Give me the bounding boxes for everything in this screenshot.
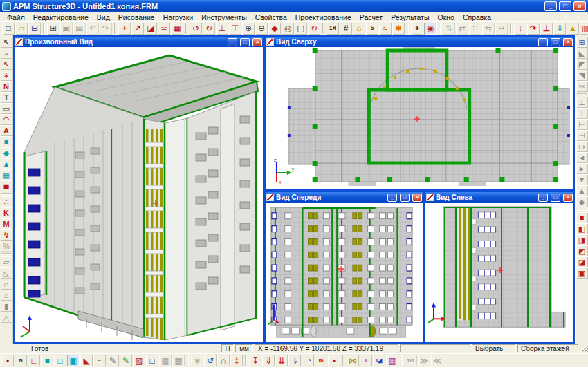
- transform-disabled-3-button[interactable]: ∷: [469, 23, 481, 35]
- select-element-button[interactable]: ↖: [1, 59, 12, 70]
- arch-button[interactable]: ∩: [1, 279, 12, 290]
- mesh-tool-button[interactable]: ▦: [171, 23, 183, 35]
- axes-button[interactable]: ∟: [28, 355, 40, 366]
- menu-tools[interactable]: Инструменты: [197, 13, 250, 21]
- node-label-button[interactable]: N: [15, 355, 27, 366]
- hatch-pen-button[interactable]: ✎: [107, 355, 119, 366]
- solid-edit-1-button[interactable]: ◧: [576, 223, 588, 234]
- resize-grip[interactable]: [580, 344, 588, 352]
- node-tool-button[interactable]: +: [118, 23, 131, 35]
- load-force-button[interactable]: ⇓: [262, 355, 275, 366]
- menu-draw[interactable]: Рисование: [114, 13, 159, 21]
- undo-button[interactable]: ↶: [86, 23, 99, 35]
- maximize-button[interactable]: □: [559, 1, 571, 11]
- support-7-button[interactable]: ►: [576, 163, 588, 174]
- menu-edit[interactable]: Редактирование: [29, 13, 93, 21]
- load-point-button[interactable]: ▪: [328, 355, 340, 366]
- menu-design[interactable]: Проектирование: [291, 13, 356, 21]
- viewport-minimize-button[interactable]: _: [228, 38, 237, 46]
- menu-loads[interactable]: Нагрузки: [159, 13, 198, 21]
- rotate-right-button[interactable]: ↻: [203, 23, 215, 35]
- wind-load-button[interactable]: ▥: [580, 23, 588, 35]
- bolt-tool-button[interactable]: ↯: [1, 229, 12, 241]
- support-9-button[interactable]: ▲: [576, 185, 588, 196]
- cube-disabled-button[interactable]: ▩: [159, 355, 172, 366]
- support-2-button[interactable]: ⊤: [576, 108, 588, 119]
- render-button[interactable]: ☼: [353, 23, 365, 35]
- menu-help[interactable]: Справка: [459, 13, 495, 21]
- wall-panel-button[interactable]: ▱: [1, 256, 12, 267]
- plate-rect-button[interactable]: ■: [1, 136, 12, 147]
- viewport-close-button[interactable]: ×: [412, 194, 422, 202]
- beam-section-button[interactable]: ≈: [379, 23, 392, 35]
- view-front-button[interactable]: ⊥: [216, 23, 228, 35]
- menu-view[interactable]: Вид: [93, 13, 114, 21]
- beam-draw-button[interactable]: ▭: [1, 103, 12, 114]
- menu-results[interactable]: Результаты: [387, 13, 433, 21]
- plate-mode-button[interactable]: ▣: [67, 355, 80, 366]
- viewport-minimize-button[interactable]: _: [538, 38, 548, 46]
- rotate-left-button[interactable]: ↺: [190, 23, 202, 35]
- viewport-minimize-button[interactable]: _: [538, 194, 548, 202]
- arrow-disabled-1-button[interactable]: ≫: [418, 355, 430, 366]
- viewport-top-canvas[interactable]: z y x: [266, 47, 573, 189]
- redo-button[interactable]: ↷: [100, 23, 112, 35]
- viewport-front-canvas[interactable]: [266, 203, 423, 342]
- viewport-maximize-button[interactable]: □: [240, 38, 250, 46]
- force-load-button[interactable]: ↓: [514, 23, 526, 35]
- solid-edit-3-button[interactable]: ◩: [576, 245, 588, 256]
- viewport-maximize-button[interactable]: □: [551, 38, 560, 46]
- viewport-left-canvas[interactable]: [425, 203, 573, 342]
- surface-tool-1-button[interactable]: ◣: [576, 48, 588, 59]
- paste-button[interactable]: ▤: [73, 23, 86, 35]
- viewport-minimize-button[interactable]: _: [387, 194, 397, 202]
- load-node-button[interactable]: ⇂: [288, 355, 301, 366]
- print-button[interactable]: ⊞: [47, 23, 59, 35]
- surface-tool-2-button[interactable]: ◤: [576, 59, 588, 70]
- crosshair-button[interactable]: +: [411, 23, 423, 35]
- support-1-button[interactable]: ⊥: [576, 97, 588, 108]
- column-button[interactable]: ▮: [1, 301, 12, 312]
- viewport-front-titlebar[interactable]: Вид Спереди _ □ ×: [266, 192, 423, 203]
- viewport-left-titlebar[interactable]: Вид Слева _ □ ×: [425, 192, 573, 203]
- grid-button[interactable]: #: [340, 23, 352, 35]
- scatter-tool-button[interactable]: ∴: [1, 196, 12, 207]
- box-select-button[interactable]: ▫: [1, 48, 12, 59]
- transform-disabled-2-button[interactable]: ⇄: [456, 23, 468, 35]
- menu-file[interactable]: Файл: [3, 13, 29, 21]
- menu-window[interactable]: Окно: [433, 13, 458, 21]
- plate-delete-button[interactable]: ◼: [1, 180, 12, 191]
- support-8-button[interactable]: ▼: [576, 174, 588, 185]
- load-distributed-button[interactable]: ⇊: [275, 355, 288, 366]
- select-arrow-button[interactable]: ↖: [1, 37, 12, 48]
- plate-corner-button[interactable]: ◣: [80, 355, 93, 366]
- cube-view-button[interactable]: ▧: [133, 355, 145, 366]
- solid-select-button[interactable]: ▣: [576, 267, 588, 279]
- cut-tool-button[interactable]: ✂: [576, 81, 588, 92]
- plate-outline-button[interactable]: □: [54, 355, 66, 366]
- link-button[interactable]: ~: [93, 355, 106, 366]
- new-file-button[interactable]: □: [2, 23, 15, 35]
- support-6-button[interactable]: ◄: [576, 152, 588, 163]
- menu-calculation[interactable]: Расчет: [356, 13, 387, 21]
- load-flag-button[interactable]: ⇀: [302, 355, 314, 366]
- zoom-window-button[interactable]: ◎: [282, 23, 294, 35]
- save-button[interactable]: ⊟: [28, 23, 41, 35]
- pin-button[interactable]: ‡: [230, 355, 243, 366]
- solid-edit-2-button[interactable]: ◨: [576, 234, 588, 245]
- plate-tool-button[interactable]: ◪: [145, 23, 157, 35]
- menu-properties[interactable]: Свойства: [251, 13, 291, 21]
- joint-button[interactable]: ⋈: [347, 355, 359, 366]
- viewport-perspective-canvas[interactable]: [15, 47, 263, 342]
- settings-button[interactable]: ✱: [392, 23, 405, 35]
- support-10-button[interactable]: ◆: [576, 196, 588, 207]
- viewport-perspective-titlebar[interactable]: Произвольный Вид _ □ ×: [15, 37, 263, 47]
- snap-disabled-button[interactable]: ∗: [191, 355, 203, 366]
- move-node-button[interactable]: ∗: [1, 70, 12, 81]
- arrow-disabled-2-button[interactable]: ≪: [431, 355, 443, 366]
- viewport-close-button[interactable]: ×: [563, 38, 573, 46]
- viewport-close-button[interactable]: ×: [252, 38, 262, 46]
- box-3d-button[interactable]: ▧: [386, 355, 398, 366]
- plate-tri-button[interactable]: ▲: [1, 158, 12, 169]
- status-assembly-mode[interactable]: Сборка этажей: [517, 344, 578, 352]
